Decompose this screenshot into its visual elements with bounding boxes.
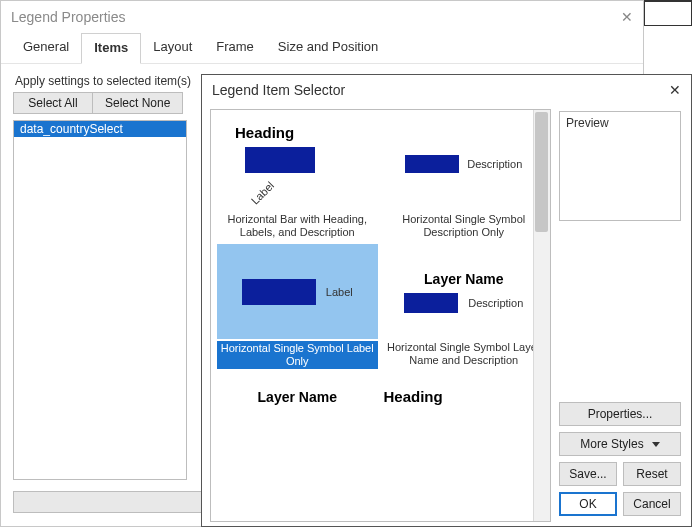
swatch-icon	[404, 293, 458, 313]
properties-button[interactable]: Properties...	[559, 402, 681, 426]
save-button[interactable]: Save...	[559, 462, 617, 486]
desc-label: Description	[468, 297, 523, 309]
ok-button[interactable]: OK	[559, 492, 617, 516]
more-styles-button[interactable]: More Styles	[559, 432, 681, 456]
layer-name-label: Layer Name	[424, 271, 503, 287]
swatch-icon	[405, 155, 459, 173]
tab-items[interactable]: Items	[81, 33, 141, 64]
chevron-down-icon	[652, 442, 660, 447]
preview-label: Preview	[566, 116, 609, 130]
layer-name-label: Layer Name	[258, 389, 337, 405]
gallery-item-partial-a[interactable]: Layer Name	[217, 375, 378, 405]
label-text: Label	[326, 286, 353, 298]
items-listbox[interactable]: data_countrySelect	[13, 120, 187, 480]
heading-label: Heading	[235, 124, 294, 141]
tab-layout[interactable]: Layout	[141, 33, 204, 63]
legend-properties-title: Legend Properties	[11, 9, 125, 25]
select-none-button[interactable]: Select None	[93, 92, 183, 114]
close-icon[interactable]: ✕	[669, 82, 681, 98]
gallery-item-partial-b[interactable]: Heading	[384, 375, 545, 405]
desc-label: Description	[467, 158, 522, 170]
swatch-icon	[245, 147, 315, 173]
select-all-button[interactable]: Select All	[13, 92, 93, 114]
scrollbar[interactable]	[533, 110, 550, 521]
gallery-item-hbar-full[interactable]: Heading Label Horizontal Bar with Headin…	[217, 116, 378, 238]
gallery-caption: Horizontal Bar with Heading, Labels, and…	[217, 213, 378, 238]
close-icon[interactable]: ✕	[621, 9, 633, 25]
gallery-item-hss-desc[interactable]: Description Horizontal Single Symbol Des…	[384, 116, 545, 238]
label-text: Label	[249, 179, 277, 207]
gallery-caption: Horizontal Single Symbol Description Onl…	[384, 213, 545, 238]
list-item[interactable]: data_countrySelect	[14, 121, 186, 137]
legend-item-selector-title: Legend Item Selector	[212, 82, 345, 98]
more-styles-label: More Styles	[580, 437, 643, 451]
gallery-caption: Horizontal Single Symbol Label Only	[217, 341, 378, 368]
cancel-button[interactable]: Cancel	[623, 492, 681, 516]
preview-box: Preview	[559, 111, 681, 221]
tab-frame[interactable]: Frame	[204, 33, 266, 63]
gallery-item-hss-layer-desc[interactable]: Layer Name Description Horizontal Single…	[384, 244, 545, 368]
gallery: Heading Label Horizontal Bar with Headin…	[210, 109, 551, 522]
tab-size-and-position[interactable]: Size and Position	[266, 33, 390, 63]
background-sliver	[644, 0, 692, 26]
legend-item-selector-titlebar: Legend Item Selector ✕	[202, 75, 691, 105]
legend-item-selector-dialog: Legend Item Selector ✕ Heading Label	[201, 74, 692, 527]
tab-general[interactable]: General	[11, 33, 81, 63]
gallery-item-hss-label[interactable]: Label Horizontal Single Symbol Label Onl…	[217, 244, 378, 368]
swatch-icon	[242, 279, 316, 305]
gallery-caption: Horizontal Single Symbol Layer Name and …	[384, 341, 545, 366]
legend-properties-titlebar: Legend Properties ✕	[1, 1, 643, 33]
heading-label: Heading	[384, 388, 443, 405]
scrollbar-thumb[interactable]	[535, 112, 548, 232]
reset-button[interactable]: Reset	[623, 462, 681, 486]
tabs: General Items Layout Frame Size and Posi…	[1, 33, 643, 64]
